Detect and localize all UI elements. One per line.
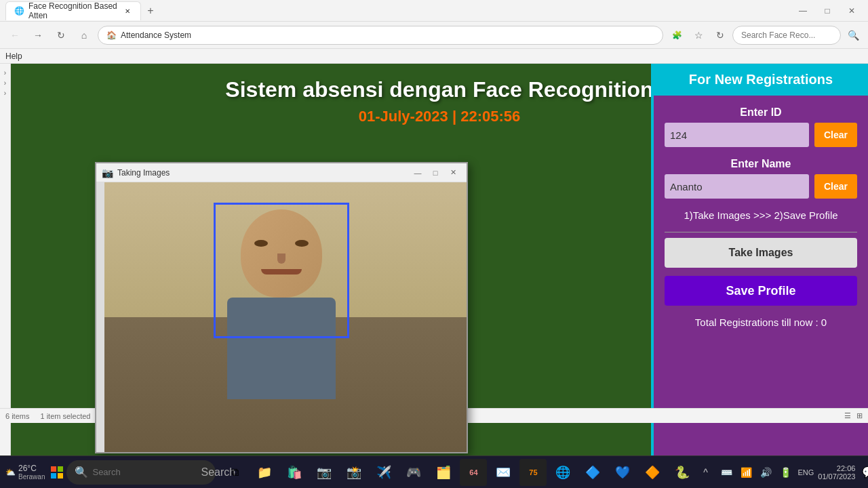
search-icon[interactable]: 🔍 — [844, 26, 863, 45]
app-75icon[interactable]: 75 — [519, 459, 547, 486]
new-tab-button[interactable]: + — [141, 1, 160, 20]
id-input[interactable] — [665, 123, 809, 147]
email-icon[interactable]: ✉️ — [490, 459, 517, 486]
windows-logo-icon — [50, 466, 64, 479]
browser-icon[interactable]: 🌐 — [549, 459, 576, 486]
taskbar-search-input[interactable] — [92, 467, 201, 477]
tab-close-button[interactable]: ✕ — [123, 5, 132, 16]
network-icon[interactable]: 📶 — [738, 467, 754, 478]
camera-feed-area — [96, 182, 467, 452]
window-controls: — □ ✕ — [792, 4, 863, 18]
svg-rect-3 — [58, 473, 63, 479]
taskview-button[interactable]: ⧉ — [221, 459, 248, 486]
svg-rect-2 — [51, 473, 56, 479]
steps-text: 1)Take Images >>> 2)Save Profile — [665, 209, 857, 221]
sound-icon[interactable]: 🔊 — [758, 467, 774, 478]
date-display: 01/07/2023 — [818, 472, 855, 481]
sidebar-arrow-2[interactable]: › — [4, 79, 6, 87]
sidebar-arrow-1[interactable]: › — [4, 69, 6, 77]
app-mc[interactable]: 🔷 — [579, 459, 606, 486]
help-menu[interactable]: Help — [5, 52, 22, 61]
taskbar-search[interactable]: 🔍 Search — [66, 460, 216, 485]
reg-count: Total Registrations till now : 0 — [665, 317, 857, 328]
vscode-icon[interactable]: 💙 — [609, 459, 636, 486]
close-button[interactable]: ✕ — [841, 4, 863, 18]
clear-id-button[interactable]: Clear — [814, 123, 857, 147]
store-icon[interactable]: 🛍️ — [281, 459, 308, 486]
app-red[interactable]: 🔶 — [639, 459, 666, 486]
tab-title: Face Recognition Based Atten — [28, 1, 119, 20]
instagram-icon[interactable]: 📸 — [340, 459, 368, 486]
name-input[interactable] — [665, 174, 809, 199]
active-tab[interactable]: 🌐 Face Recognition Based Atten ✕ — [5, 1, 141, 20]
save-profile-button[interactable]: Save Profile — [665, 276, 857, 306]
popup-close-button[interactable]: ✕ — [445, 166, 461, 180]
tray-icon-1: ⌨️ — [719, 467, 734, 478]
sidebar-arrow-3[interactable]: › — [4, 89, 6, 97]
tab-favicon: 🌐 — [14, 6, 24, 16]
start-button[interactable] — [50, 456, 64, 489]
notification-button[interactable]: 💬 — [859, 463, 868, 482]
clock[interactable]: 22:06 01/07/2023 — [818, 464, 855, 481]
browser-nav: ← → ↻ ⌂ 🏠 Attendance System 🧩 ☆ ↻ 🔍 — [0, 22, 868, 49]
address-text: Attendance System — [121, 30, 191, 40]
enter-id-label: Enter ID — [665, 106, 857, 119]
maximize-button[interactable]: □ — [816, 4, 838, 18]
search-box[interactable] — [732, 26, 841, 45]
app-datetime: 01-July-2023 | 22:05:56 — [359, 108, 521, 125]
telegram-icon[interactable]: ✈️ — [370, 459, 397, 486]
camera-feed — [96, 182, 467, 452]
taskbar-app-icons: ⧉ 📁 🛍️ 📷 📸 ✈️ 🎮 🗂️ 64 ✉️ 75 🌐 🔷 💙 🔶 🐍 — [221, 459, 696, 486]
sidebar: › › › — [0, 64, 11, 455]
browser-titlebar: 🌐 Face Recognition Based Atten ✕ + — □ ✕ — [0, 0, 868, 22]
address-bar[interactable]: 🏠 Attendance System — [98, 26, 663, 45]
view-list-icon[interactable]: ☰ — [844, 411, 851, 420]
forward-button[interactable]: → — [28, 26, 47, 45]
taskbar-system-tray: ^ ⌨️ 📶 🔊 🔋 ENG 22:06 01/07/2023 💬 — [696, 463, 868, 482]
menu-bar: Help — [0, 49, 868, 64]
view-grid-icon[interactable]: ⊞ — [856, 411, 863, 420]
items-count: 6 items — [5, 412, 29, 420]
enter-name-label: Enter Name — [665, 158, 857, 170]
popup-minimize-button[interactable]: — — [410, 166, 426, 180]
refresh-button[interactable]: ↻ — [52, 26, 71, 45]
favorites-button[interactable]: ☆ — [689, 26, 708, 45]
registration-panel: For New Registrations Enter ID Clear Ent… — [651, 64, 868, 455]
weather-desc: Berawan — [18, 473, 45, 481]
browser-content: › › › Sistem absensi dengan Face Recogni… — [0, 64, 868, 455]
popup-controls: — □ ✕ — [410, 166, 461, 180]
app-64icon[interactable]: 64 — [460, 459, 487, 486]
take-images-button[interactable]: Take Images — [665, 238, 857, 268]
status-bar-right: ☰ ⊞ — [844, 411, 863, 420]
popup-window-icon: 📷 — [102, 167, 113, 178]
battery-icon[interactable]: 🔋 — [778, 467, 793, 478]
discord-icon[interactable]: 🎮 — [400, 459, 427, 486]
language-text: ENG — [797, 468, 814, 476]
minimize-button[interactable]: — — [792, 4, 814, 18]
selected-count: 1 item selected — [40, 412, 90, 420]
popup-title: Taking Images — [117, 168, 406, 178]
folder-icon[interactable]: 🗂️ — [430, 459, 457, 486]
popup-restore-button[interactable]: □ — [427, 166, 443, 180]
extensions-button[interactable]: 🧩 — [667, 26, 686, 45]
name-field-row: Clear — [665, 174, 857, 199]
search-icon: 🔍 — [75, 466, 88, 479]
home-button[interactable]: ⌂ — [75, 26, 94, 45]
id-field-row: Clear — [665, 123, 857, 147]
tray-expand-button[interactable]: ^ — [696, 463, 715, 482]
refresh-icon[interactable]: ↻ — [711, 26, 730, 45]
weather-widget: ⛅ 26°C Berawan — [0, 464, 50, 481]
file-explorer-icon[interactable]: 📁 — [251, 459, 278, 486]
app-py[interactable]: 🐍 — [669, 459, 696, 486]
divider — [665, 232, 857, 232]
reg-body: Enter ID Clear Enter Name Clear 1)Take I… — [654, 96, 868, 339]
language-indicator[interactable]: ENG — [797, 468, 814, 476]
weather-info: 26°C Berawan — [18, 464, 45, 481]
clear-name-button[interactable]: Clear — [814, 174, 857, 199]
windows-taskbar: ⛅ 26°C Berawan 🔍 Search ⧉ 📁 🛍️ 📷 📸 ✈️ 🎮 … — [0, 455, 868, 488]
taking-images-window: 📷 Taking Images — □ ✕ — [95, 162, 468, 453]
popup-titlebar: 📷 Taking Images — □ ✕ — [96, 163, 467, 182]
camera-icon[interactable]: 📷 — [311, 459, 338, 486]
back-button[interactable]: ← — [5, 26, 24, 45]
app-title: Sistem absensi dengan Face Recognition — [225, 77, 653, 102]
